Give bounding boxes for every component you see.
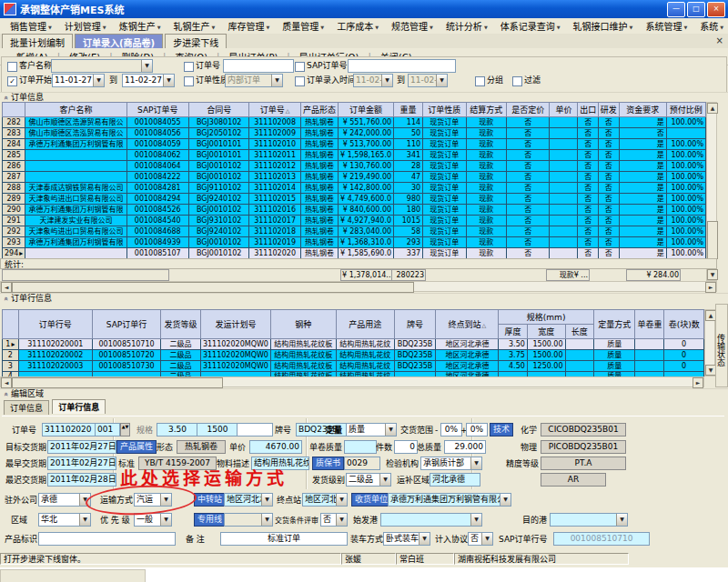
column-header[interactable]: SAP订单号 xyxy=(126,103,188,117)
cell[interactable]: 311102020001 xyxy=(18,339,92,350)
cell[interactable] xyxy=(550,150,578,161)
cell[interactable]: 1015 xyxy=(394,216,423,226)
cell[interactable]: 否 xyxy=(506,205,549,216)
cell[interactable] xyxy=(666,128,705,139)
cell[interactable]: 288 xyxy=(3,183,25,194)
cell[interactable]: 0010084064 xyxy=(126,161,188,172)
review-combo[interactable]: 否▼ xyxy=(320,513,348,527)
region-combo[interactable]: 华北▼ xyxy=(38,513,91,527)
column-header[interactable]: 合同号 xyxy=(188,103,248,117)
cell[interactable]: 否 xyxy=(599,216,620,226)
table-row[interactable]: 290承德万利通集团万利钢管有限0010084526BGJ00101023111… xyxy=(3,205,706,216)
cell[interactable]: 现货订单 xyxy=(423,150,466,161)
menu-item[interactable]: 销售管理▼ xyxy=(4,19,58,33)
column-header[interactable]: 是否定价 xyxy=(506,103,549,117)
spec-width-field[interactable]: 1500 xyxy=(197,423,238,436)
table-row[interactable]: 289天津象屿进出口贸易有限公司0010084294BGJ92401023111… xyxy=(3,194,706,205)
cell[interactable]: 100.00% xyxy=(666,216,705,226)
cell[interactable]: 980 xyxy=(394,194,423,205)
cell[interactable]: 001008510710 xyxy=(92,339,160,350)
cell[interactable]: 否 xyxy=(599,183,620,194)
cell[interactable] xyxy=(635,339,664,350)
dropdown-arrow-icon[interactable]: ▼ xyxy=(160,514,171,526)
quality-cert-button[interactable]: 质保书 xyxy=(312,457,344,470)
cell[interactable]: 0 xyxy=(664,339,704,350)
column-header[interactable]: 厚度 xyxy=(499,325,527,339)
cell[interactable] xyxy=(550,183,578,194)
cell[interactable]: 否 xyxy=(506,183,549,194)
menu-item[interactable]: 规范管理▼ xyxy=(385,19,440,33)
range-high-field[interactable]: 0% xyxy=(466,423,488,436)
cell[interactable]: 否 xyxy=(578,172,599,183)
cell[interactable]: 现款 xyxy=(466,205,506,216)
cell[interactable]: ¥ 283,040.00 xyxy=(339,226,394,237)
order-start-checkbox[interactable]: ✓ xyxy=(7,76,17,86)
cell[interactable]: 30 xyxy=(394,183,423,194)
dropdown-arrow-icon[interactable]: ▼ xyxy=(470,514,481,526)
cell[interactable]: 0010084281 xyxy=(126,183,188,194)
agreement-combo[interactable]: 否▼ xyxy=(468,532,493,546)
cell[interactable]: 否 xyxy=(506,194,549,205)
sap-order-input[interactable] xyxy=(348,59,456,73)
cell[interactable]: 282 xyxy=(3,117,25,128)
menu-item[interactable]: 轧钢接口维护▼ xyxy=(567,19,640,33)
cell[interactable]: 否 xyxy=(599,226,620,237)
cell[interactable]: 质量 xyxy=(593,339,635,350)
edit-section-header[interactable]: «编辑区域 xyxy=(0,388,728,399)
total-mass-field[interactable]: 29.000 xyxy=(444,440,486,454)
cell[interactable]: 是 xyxy=(619,150,666,161)
cell[interactable]: 0010084688 xyxy=(126,226,188,237)
cell[interactable]: 现货订单 xyxy=(423,194,466,205)
cell[interactable]: 热轧钢卷 xyxy=(300,226,338,237)
cell[interactable]: 283 xyxy=(3,128,25,139)
coil-weight-field[interactable] xyxy=(344,440,377,454)
edit-tab-order-line[interactable]: 订单行信息 xyxy=(52,399,106,414)
collapse-icon[interactable]: « xyxy=(1,296,11,301)
cell[interactable]: 311102020 xyxy=(249,248,300,259)
cell[interactable]: 0 xyxy=(664,361,704,372)
cell[interactable]: 否 xyxy=(578,161,599,172)
cell[interactable]: 311102014 xyxy=(249,183,300,194)
menu-item[interactable]: 计划管理▼ xyxy=(58,19,113,33)
cell[interactable]: 否 xyxy=(506,117,549,128)
cell[interactable] xyxy=(550,194,578,205)
cell[interactable]: 58 xyxy=(394,226,423,237)
column-header[interactable]: 发运计划号 xyxy=(200,310,270,339)
cell[interactable]: 0010084939 xyxy=(126,237,188,248)
menu-item[interactable]: 统计分析▼ xyxy=(440,19,494,33)
cell[interactable]: 287 xyxy=(3,172,25,183)
receiver-dropdown[interactable]: ▼ xyxy=(500,493,511,507)
cell[interactable]: ¥ 551,760.00 xyxy=(339,117,394,128)
cell[interactable]: 否 xyxy=(599,139,620,150)
column-header[interactable]: 重量 xyxy=(394,103,423,117)
cell[interactable]: ¥ 513,700.00 xyxy=(339,139,394,150)
order-no-checkbox[interactable] xyxy=(184,62,194,72)
cell[interactable]: 否 xyxy=(599,117,620,128)
cell[interactable]: 否 xyxy=(599,248,620,259)
cell[interactable]: 114 xyxy=(394,117,423,128)
cell[interactable]: 否 xyxy=(578,237,599,248)
order-lines-vscrollbar[interactable]: ▲ ▼ xyxy=(704,309,715,376)
column-header[interactable]: 产品用途 xyxy=(336,310,394,339)
dropdown-arrow-icon[interactable]: ▼ xyxy=(141,60,152,72)
dropdown-arrow-icon[interactable]: ▼ xyxy=(385,424,396,436)
ar-field[interactable]: AR xyxy=(541,473,606,487)
menu-item[interactable]: 系统管理▼ xyxy=(639,19,693,33)
tab-close-icon[interactable]: × xyxy=(716,35,723,45)
dropdown-arrow-icon[interactable]: ▼ xyxy=(261,514,272,526)
end-station-combo[interactable]: 地区河北承;▼ xyxy=(302,493,348,507)
cell[interactable]: 现货订单 xyxy=(423,172,466,183)
cell[interactable]: 311102013 xyxy=(249,172,300,183)
scroll-up-icon[interactable]: ▲ xyxy=(707,103,718,114)
column-group-header[interactable]: 规格(mm) xyxy=(499,310,594,325)
menu-item[interactable]: 工序成本▼ xyxy=(330,19,385,33)
cell[interactable]: 311102018 xyxy=(249,226,300,237)
cell[interactable]: 100.00% xyxy=(666,117,705,128)
cell[interactable]: ¥ 1,368,310.0 xyxy=(339,237,394,248)
cell[interactable]: BGJ9310102 xyxy=(188,216,248,226)
dropdown-arrow-icon[interactable]: ▼ xyxy=(470,457,481,469)
cell[interactable]: ¥ 219,490.00 xyxy=(339,172,394,183)
transfer-status-strip[interactable]: 传输状态 xyxy=(715,304,728,387)
spec-thickness-field[interactable]: 3.50 xyxy=(157,423,198,436)
cell[interactable]: 是 xyxy=(619,172,666,183)
